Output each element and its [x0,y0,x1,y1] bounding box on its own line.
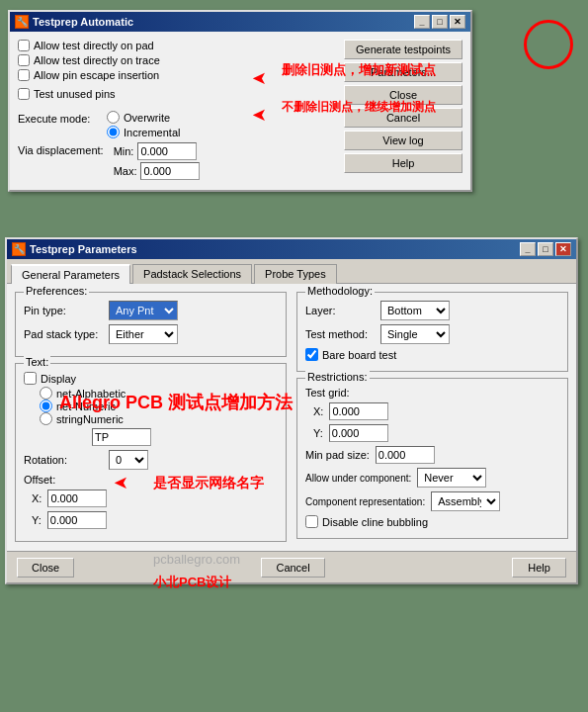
tab-padstack-selections[interactable]: Padstack Selections [132,264,252,284]
cancel-button-top[interactable]: Cancel [344,108,462,128]
via-min-label: Min: [114,145,134,157]
test-grid-y-label: Y: [313,427,323,439]
offset-x-input[interactable] [47,490,107,507]
test-grid-y-input[interactable] [329,424,388,442]
checkbox-escape[interactable] [18,69,30,81]
top-window-titlebar: 🔧 Testprep Automatic _ □ ✕ [10,12,470,32]
footer-help-button[interactable]: Help [512,558,566,578]
circle-annotation [524,20,573,69]
pin-type-label: Pin type: [24,305,103,316]
radio-alphabetic-label: net-Alphabetic [56,388,126,400]
display-checkbox-row: Display [24,372,278,385]
radio-overwrite-row: Overwrite [107,111,180,124]
text-group-label: Text: [24,356,50,368]
tab-probe-types[interactable]: Probe Types [254,264,337,284]
close-button[interactable]: Close [344,85,462,105]
disable-cline-checkbox[interactable] [305,515,318,528]
checkbox-row-1: Allow test directly on pad [18,40,336,51]
checkbox-trace-label: Allow test directly on trace [34,54,160,66]
checkbox-row-3: Allow pin escape insertion [18,69,336,81]
checkbox-row-4: Test unused pins [18,88,336,100]
offset-y-label: Y: [32,514,42,526]
component-rep-row: Component representation: Assembly Silks… [305,491,559,511]
top-window-title: Testprep Automatic [33,16,133,28]
via-max-input[interactable] [140,162,200,180]
via-section: Via displacement: Min: Max: [18,142,336,180]
bare-board-checkbox[interactable] [305,348,318,361]
offset-x-row: X: [32,490,278,507]
checkbox-trace[interactable] [18,54,30,66]
allow-under-select[interactable]: Never Always SMD only [417,468,486,488]
right-column: Methodology: Layer: Bottom Top Both Test… [296,292,568,548]
radio-string[interactable] [40,412,52,425]
display-checkbox[interactable] [24,372,37,385]
checkbox-row-2: Allow test directly on trace [18,54,336,66]
test-grid-x-row: X: [313,402,559,420]
radio-string-numeric: stringNumeric [40,412,278,425]
help-button-top[interactable]: Help [344,153,462,173]
checkbox-pad-label: Allow test directly on pad [34,40,154,51]
main-two-col: Preferences: Pin type: Any Pnt SMD Throu… [15,292,568,548]
allow-under-label: Allow under component: [305,473,411,484]
component-rep-select[interactable]: Assembly Silkscreen Both [431,491,500,511]
radio-numeric[interactable] [40,400,52,412]
rotation-label: Rotation: [24,454,103,466]
bare-board-label: Bare board test [322,349,396,361]
disable-cline-row: Disable cline bubbling [305,515,559,528]
bare-board-row: Bare board test [305,348,559,361]
preferences-label: Preferences: [24,285,89,297]
radio-alphabetic[interactable] [40,387,52,400]
footer-cancel-button[interactable]: Cancel [261,558,324,578]
minimize-button[interactable]: _ [414,15,430,29]
bottom-close-button[interactable]: ✕ [555,242,571,256]
preferences-group: Preferences: Pin type: Any Pnt SMD Throu… [15,292,287,357]
testprep-parameters-window: 🔧 Testprep Parameters _ □ ✕ General Para… [5,237,578,584]
radio-net-numeric: net-Numeric [40,400,278,412]
test-grid-x-label: X: [313,405,323,417]
test-grid-section: Test grid: X: Y: [305,387,559,442]
generate-testpoints-button[interactable]: Generate testpoints [344,40,462,59]
restrictions-label: Restrictions: [305,371,370,383]
test-method-select[interactable]: Single Dual [380,324,450,344]
min-pad-row: Min pad size: [305,446,559,464]
radio-incremental-row: Incremental [107,126,180,138]
checkbox-unused-label: Test unused pins [34,88,116,100]
checkbox-unused[interactable] [18,88,30,100]
string-value-input[interactable] [92,428,151,446]
via-min-input[interactable] [137,142,197,160]
close-button-top[interactable]: ✕ [450,15,465,29]
bottom-maximize-button[interactable]: □ [538,242,553,256]
bottom-window-title: Testprep Parameters [30,243,137,255]
test-method-row: Test method: Single Dual [305,324,559,344]
pin-type-row: Pin type: Any Pnt SMD Through [24,301,278,320]
viewlog-button[interactable]: View log [344,131,462,150]
footer-bar: Close Cancel Help [7,551,576,582]
radio-incremental[interactable] [107,126,120,138]
parameters-button[interactable]: Parameters... [344,62,462,82]
footer-close-button[interactable]: Close [17,558,74,578]
pin-type-select[interactable]: Any Pnt SMD Through [109,301,178,320]
min-pad-input[interactable] [376,446,435,464]
checkbox-escape-label: Allow pin escape insertion [34,69,159,81]
padstack-type-row: Pad stack type: Either SMD Through [24,324,278,344]
bottom-app-icon: 🔧 [12,242,26,256]
execute-section: Execute mode: Overwrite Incremental [18,111,336,138]
allow-under-row: Allow under component: Never Always SMD … [305,468,559,488]
via-label: Via displacement: [18,142,104,156]
text-group: Text: Display net-Alphabetic [15,363,287,542]
tab-general-parameters[interactable]: General Parameters [11,264,130,284]
padstack-select[interactable]: Either SMD Through [109,324,178,344]
restrictions-group: Restrictions: Test grid: X: Y: Mi [296,378,568,539]
maximize-button[interactable]: □ [432,15,448,29]
test-grid-x-input[interactable] [329,402,388,420]
offset-y-input[interactable] [47,511,107,529]
layer-select[interactable]: Bottom Top Both [380,301,450,320]
bottom-minimize-button[interactable]: _ [520,242,536,256]
min-pad-label: Min pad size: [305,449,370,461]
padstack-label: Pad stack type: [24,328,103,340]
via-max-label: Max: [114,165,137,177]
rotation-select[interactable]: 0 90 180 270 [109,450,148,470]
bottom-window-titlebar: 🔧 Testprep Parameters _ □ ✕ [7,239,576,259]
radio-overwrite[interactable] [107,111,120,124]
checkbox-pad[interactable] [18,40,30,51]
